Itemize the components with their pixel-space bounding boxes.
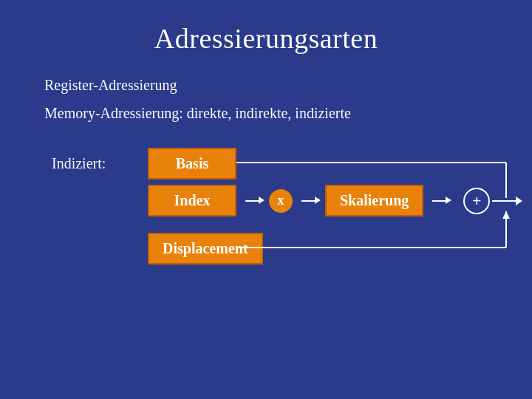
basis-box: Basis (148, 148, 236, 180)
skalierung-box: Skalierung (325, 185, 423, 216)
subtitle-memory: Memory-Adressierung: direkte, indirekte,… (37, 105, 495, 122)
diagram: Indiziert: Basis Index (37, 148, 495, 296)
multiply-symbol: x (278, 193, 284, 208)
indiziert-label: Indiziert: (52, 155, 106, 172)
slide: Adressierungsarten Register-Adressierung… (0, 0, 532, 399)
multiply-circle: x (269, 189, 293, 213)
basis-label: Basis (176, 155, 208, 171)
displacement-label: Displacement (163, 240, 248, 256)
connector-svg (52, 148, 532, 296)
index-label: Index (174, 192, 211, 208)
skalierung-label: Skalierung (340, 192, 409, 208)
plus-symbol: + (472, 191, 482, 211)
slide-title: Adressierungsarten (37, 22, 495, 55)
subtitle-register: Register-Adressierung (37, 77, 495, 94)
index-box: Index (148, 185, 236, 216)
displacement-box: Displacement (148, 233, 263, 265)
plus-circle: + (463, 188, 490, 214)
